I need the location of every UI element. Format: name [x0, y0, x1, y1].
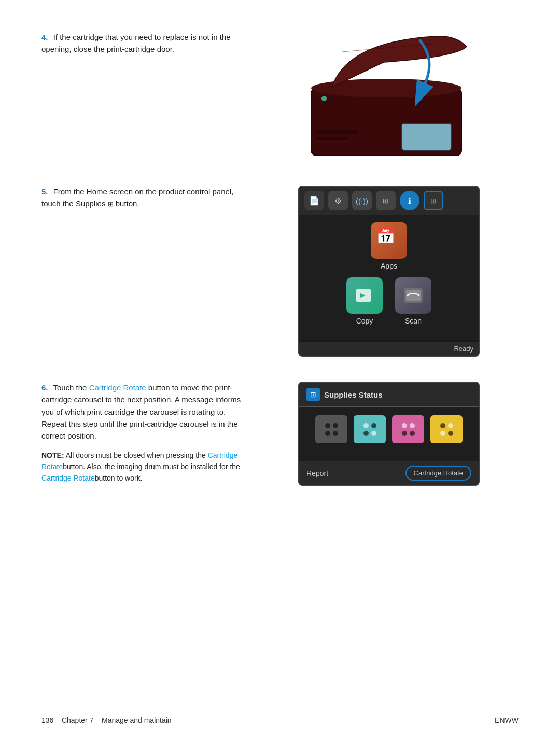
toolbar-doc-icon: 📄	[304, 191, 324, 210]
dot-11	[402, 431, 407, 436]
toolbar-info-icon: ℹ	[400, 191, 419, 210]
screen-status: Ready	[299, 342, 479, 356]
printer-illustration	[301, 31, 477, 161]
cartridge-magenta	[392, 415, 424, 443]
step-4-section: 4. If the cartridge that you need to rep…	[41, 31, 519, 161]
copy-icon	[346, 277, 383, 314]
apps-icon: 📅	[371, 222, 407, 259]
copy-item: Copy	[346, 277, 383, 325]
cartridge-black-dots	[321, 419, 342, 440]
scan-item: Scan	[395, 277, 431, 325]
svg-rect-11	[406, 290, 421, 301]
dot-9	[402, 423, 407, 428]
supplies-header-title: Supplies Status	[324, 390, 383, 399]
chapter-detail: Manage and maintain	[102, 716, 172, 724]
step-6-image: ⊞ Supplies Status	[259, 382, 519, 486]
cartridge-black-box	[315, 415, 347, 443]
cartridge-yellow-dots	[436, 419, 457, 440]
dot-13	[440, 423, 445, 428]
toolbar-settings-icon: ⚙	[328, 191, 348, 210]
svg-rect-6	[316, 137, 347, 140]
step-5-text-block: 5. From the Home screen on the product c…	[41, 186, 259, 210]
dot-2	[333, 423, 338, 428]
copy-label: Copy	[356, 317, 373, 325]
step-6-text-block: 6. Touch the Cartridge Rotate button to …	[41, 382, 259, 484]
note-label: NOTE:	[41, 451, 64, 459]
step-6-main-text: 6. Touch the Cartridge Rotate button to …	[41, 382, 244, 442]
copy-svg	[353, 284, 376, 307]
apps-row: 📅 Apps	[307, 222, 470, 270]
supplies-body	[299, 407, 479, 461]
dot-6	[371, 423, 376, 428]
cartridge-rotate-link-3: Cartridge Rotate	[41, 474, 95, 482]
page: 4. If the cartridge that you need to rep…	[0, 0, 560, 745]
step-5-image: 📄 ⚙ ((·)) ⊞ ℹ ⊞ 📅 Apps	[259, 186, 519, 357]
supplies-screen: ⊞ Supplies Status	[298, 382, 480, 486]
cartridge-yellow-box	[430, 415, 463, 443]
dot-4	[333, 431, 338, 436]
step-4-text-block: 4. If the cartridge that you need to rep…	[41, 31, 259, 55]
dot-5	[363, 423, 369, 428]
screen-body: 📅 Apps	[299, 215, 479, 340]
scan-label: Scan	[405, 317, 422, 325]
dot-7	[363, 431, 369, 436]
locale-label: ENWW	[495, 716, 519, 724]
step-4-content: If the cartridge that you need to replac…	[41, 33, 231, 53]
step-5-content: From the Home screen on the product cont…	[41, 187, 233, 208]
dot-1	[325, 423, 330, 428]
step-6-number: 6.	[41, 383, 48, 392]
page-number: 136	[41, 716, 53, 724]
svg-rect-5	[316, 130, 358, 134]
apps-label: Apps	[381, 262, 397, 270]
cartridge-yellow	[430, 415, 463, 443]
cartridge-cyan-dots	[359, 419, 381, 440]
footer: 136 Chapter 7 Manage and maintain ENWW	[41, 716, 519, 724]
copy-scan-row: Copy Scan	[307, 277, 470, 325]
svg-point-7	[321, 96, 327, 101]
dot-14	[448, 423, 453, 428]
cartridge-row	[307, 415, 470, 443]
toolbar-wifi-icon: ((·))	[352, 191, 372, 210]
cartridge-rotate-link-1: Cartridge Rotate	[89, 383, 146, 392]
report-button[interactable]: Report	[306, 469, 328, 477]
step-5-section: 5. From the Home screen on the product c…	[41, 186, 519, 357]
scan-icon	[395, 277, 431, 314]
dot-8	[371, 431, 376, 436]
cartridge-magenta-box	[392, 415, 424, 443]
step-4-image	[259, 31, 519, 161]
step-5-number: 5.	[41, 187, 48, 196]
supplies-header: ⊞ Supplies Status	[299, 383, 479, 407]
dot-12	[410, 431, 415, 436]
supplies-header-icon: ⊞	[306, 388, 320, 401]
screen-toolbar: 📄 ⚙ ((·)) ⊞ ℹ ⊞	[299, 187, 479, 215]
step-4-number: 4.	[41, 33, 48, 41]
svg-rect-4	[402, 123, 451, 150]
chapter-label: Chapter 7	[62, 716, 93, 724]
dot-3	[325, 431, 330, 436]
footer-left: 136 Chapter 7 Manage and maintain	[41, 716, 172, 724]
apps-item: 📅 Apps	[371, 222, 407, 270]
toolbar-supplies-icon: ⊞	[376, 191, 396, 210]
note-text: NOTE: All doors must be closed when pres…	[41, 450, 244, 484]
dot-15	[440, 431, 445, 436]
cartridge-black	[315, 415, 347, 443]
toolbar-grid-icon: ⊞	[424, 191, 443, 210]
step-6-section: 6. Touch the Cartridge Rotate button to …	[41, 382, 519, 486]
dot-10	[410, 423, 415, 428]
dot-16	[448, 431, 453, 436]
supplies-footer: Report Cartridge Rotate	[299, 461, 479, 485]
cartridge-magenta-dots	[398, 419, 419, 440]
cartridge-rotate-button[interactable]: Cartridge Rotate	[405, 466, 471, 481]
printer-svg	[301, 31, 477, 166]
scan-svg	[402, 284, 425, 307]
cartridge-cyan	[354, 415, 386, 443]
note-block: NOTE: All doors must be closed when pres…	[41, 450, 244, 484]
cartridge-cyan-box	[354, 415, 386, 443]
home-screen: 📄 ⚙ ((·)) ⊞ ℹ ⊞ 📅 Apps	[298, 186, 480, 357]
footer-right: ENWW	[495, 716, 519, 724]
